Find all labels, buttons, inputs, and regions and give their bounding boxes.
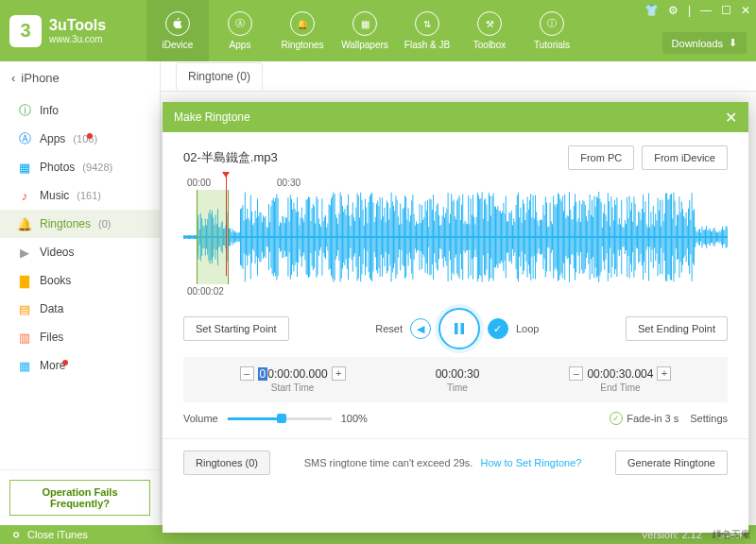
svg-rect-254 <box>471 198 472 275</box>
waveform-svg <box>183 190 728 284</box>
svg-rect-391 <box>626 224 627 250</box>
svg-rect-316 <box>541 219 541 255</box>
tab-ringtone[interactable]: Ringtone (0) <box>176 62 263 90</box>
end-time-decrement[interactable]: – <box>569 366 583 381</box>
svg-rect-283 <box>503 203 504 271</box>
svg-rect-77 <box>269 222 270 252</box>
svg-rect-10 <box>194 235 195 239</box>
svg-rect-470 <box>715 230 716 243</box>
end-time-value[interactable]: 00:00:30.004 <box>587 367 653 381</box>
close-itunes-button[interactable]: ⭘ Close iTunes <box>11 529 88 540</box>
settings-link[interactable]: Settings <box>690 413 728 424</box>
svg-rect-332 <box>558 195 559 280</box>
svg-rect-466 <box>711 231 712 243</box>
svg-rect-167 <box>371 193 372 281</box>
svg-rect-351 <box>580 222 581 252</box>
sidebar-item-photos[interactable]: ▦Photos (9428) <box>0 153 160 181</box>
top-tab-toolbox[interactable]: ⚒Toolbox <box>458 0 521 61</box>
maximize-icon[interactable]: ☐ <box>721 4 731 17</box>
sidebar-item-music[interactable]: ♪Music (161) <box>0 181 160 210</box>
operation-fails-link[interactable]: Operation Fails Frequently? <box>9 480 150 516</box>
svg-rect-442 <box>683 216 684 258</box>
minimize-icon[interactable]: ― <box>700 4 712 17</box>
sidebar-item-videos[interactable]: ▶Videos <box>0 238 160 266</box>
fade-in-toggle[interactable]: ✓ Fade-in 3 s <box>610 412 679 425</box>
start-time-value[interactable]: 00:00:00.000 <box>258 367 328 381</box>
svg-rect-287 <box>507 221 508 252</box>
svg-rect-102 <box>298 212 299 263</box>
sidebar-item-more[interactable]: ▦More <box>0 351 160 380</box>
close-window-icon[interactable]: ✕ <box>741 4 750 17</box>
svg-rect-367 <box>598 192 599 282</box>
generate-ringtone-button[interactable]: Generate Ringtone <box>615 450 728 475</box>
svg-rect-222 <box>434 221 435 254</box>
svg-rect-269 <box>488 221 489 253</box>
from-pc-button[interactable]: From PC <box>568 145 634 170</box>
svg-rect-270 <box>489 193 490 281</box>
svg-rect-215 <box>426 211 427 264</box>
svg-rect-238 <box>452 201 453 272</box>
sidebar-item-books[interactable]: ▇Books <box>0 266 160 295</box>
svg-rect-85 <box>279 226 280 247</box>
close-icon[interactable]: ✕ <box>725 109 737 127</box>
top-tab-tutorials[interactable]: ⓘTutorials <box>521 0 583 61</box>
waveform-area[interactable]: 00:00 00:30 00:00:02 <box>183 178 728 298</box>
top-tab-ringtones[interactable]: 🔔Ringtones <box>271 0 334 61</box>
svg-rect-296 <box>518 193 519 282</box>
top-tab-wallpapers[interactable]: ▦Wallpapers <box>334 0 396 61</box>
svg-rect-192 <box>400 204 401 271</box>
shirt-icon[interactable]: 👕 <box>644 4 659 17</box>
play-pause-button[interactable] <box>438 308 480 349</box>
reset-button[interactable]: ◀ <box>410 318 431 339</box>
svg-rect-74 <box>266 228 267 246</box>
top-tab-flash-jb[interactable]: ⇅Flash & JB <box>396 0 458 61</box>
waveform-selection[interactable] <box>197 190 229 284</box>
gear-icon[interactable]: ⚙ <box>668 4 679 17</box>
svg-rect-285 <box>506 196 507 279</box>
svg-rect-128 <box>327 224 328 251</box>
from-idevice-button[interactable]: From iDevice <box>642 145 728 170</box>
svg-rect-78 <box>270 206 271 267</box>
sidebar-item-data[interactable]: ▤Data <box>0 295 160 323</box>
sidebar-item-apps[interactable]: ⒶApps (106) <box>0 125 160 153</box>
set-ending-point-button[interactable]: Set Ending Point <box>626 316 728 341</box>
svg-rect-133 <box>333 193 334 282</box>
svg-rect-473 <box>718 230 719 243</box>
svg-rect-445 <box>687 226 688 248</box>
sidebar-item-info[interactable]: ⓘInfo <box>0 96 160 125</box>
svg-rect-43 <box>231 232 232 243</box>
svg-rect-360 <box>591 215 592 259</box>
volume-slider[interactable] <box>228 417 332 420</box>
loop-button[interactable]: ✓ <box>488 318 508 339</box>
end-time-increment[interactable]: + <box>657 366 671 381</box>
svg-rect-203 <box>412 195 413 280</box>
svg-rect-210 <box>421 223 421 251</box>
downloads-button[interactable]: Downloads ⬇ <box>662 32 747 54</box>
svg-rect-96 <box>291 199 292 275</box>
sidebar-item-ringtones[interactable]: 🔔Ringtones (0) <box>0 210 160 238</box>
notification-dot <box>62 360 68 366</box>
how-to-link[interactable]: How to Set Ringtone? <box>480 457 581 468</box>
svg-rect-114 <box>312 209 313 266</box>
svg-rect-407 <box>644 212 644 262</box>
sidebar-header[interactable]: ‹ iPhone <box>0 61 160 94</box>
svg-rect-353 <box>582 200 583 274</box>
svg-rect-345 <box>574 206 575 268</box>
svg-rect-276 <box>495 207 496 267</box>
svg-rect-338 <box>565 218 566 256</box>
svg-rect-171 <box>376 204 377 271</box>
modal-title: Make Ringtone <box>174 110 250 124</box>
svg-rect-94 <box>289 222 290 253</box>
svg-rect-405 <box>642 209 643 265</box>
start-time-increment[interactable]: + <box>332 366 346 381</box>
svg-rect-103 <box>299 225 300 248</box>
ringtones-count-button[interactable]: Ringtones (0) <box>183 450 270 475</box>
start-time-decrement[interactable]: – <box>240 366 254 381</box>
top-tab-idevice[interactable]: iDevice <box>146 0 209 61</box>
svg-rect-458 <box>701 227 702 248</box>
top-tab-apps[interactable]: ⒶApps <box>209 0 271 61</box>
svg-rect-299 <box>522 223 523 251</box>
sidebar-item-files[interactable]: ▥Files <box>0 323 160 351</box>
svg-rect-156 <box>359 217 360 256</box>
set-starting-point-button[interactable]: Set Starting Point <box>183 316 289 341</box>
